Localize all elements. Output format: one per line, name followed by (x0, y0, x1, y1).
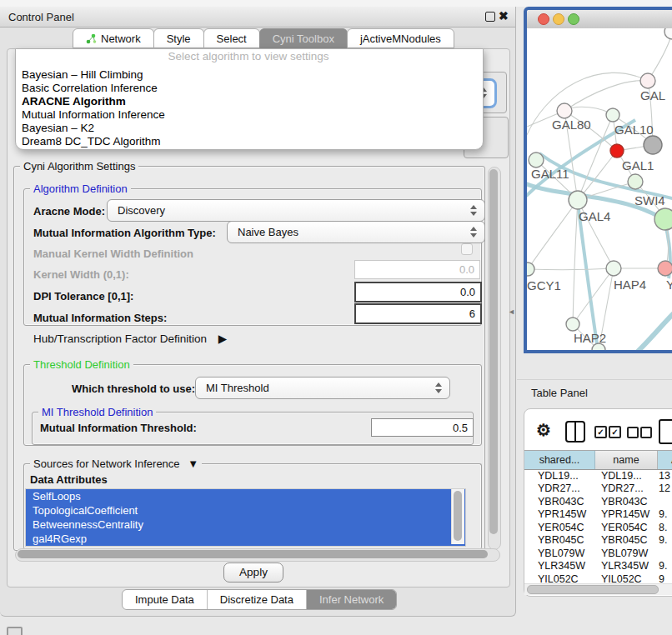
panel-resize-arrow-icon[interactable]: ◄ (508, 308, 515, 316)
dpi-tolerance-field[interactable]: 0.0 (354, 282, 482, 302)
float-panel-icon[interactable] (485, 12, 495, 22)
which-threshold-label: Which threshold to use: (72, 382, 195, 395)
network-canvas[interactable]: GALGAL80GAL10GAL1SWI4GAL11GAL4GCY1HAP4YH… (527, 28, 672, 350)
deselect-checkbox-icon-2[interactable] (640, 427, 652, 438)
close-panel-icon[interactable]: ✖ (499, 9, 509, 22)
tab-style[interactable]: Style (153, 28, 204, 48)
network-node-swi4[interactable] (628, 174, 643, 189)
table-cell: 12 (656, 482, 672, 494)
dropdown-item[interactable]: ARACNE Algorithm (15, 95, 482, 108)
settings-scrollbar-thumb[interactable] (489, 169, 498, 534)
minimized-panel-icon[interactable] (7, 627, 23, 635)
which-threshold-select[interactable]: MI Threshold (195, 377, 450, 399)
attribute-item[interactable]: BetweennessCentrality (26, 518, 465, 532)
screen: Control Panel ✖ NetworkStyleSelectCyni T… (0, 0, 672, 635)
table-hscrollbar-thumb[interactable] (527, 585, 659, 594)
maximize-window-icon[interactable] (568, 13, 579, 25)
node-label: GAL1 (622, 158, 654, 172)
settings-hscrollbar-thumb[interactable] (18, 550, 488, 558)
table-row[interactable]: YBL079WYBL079W (524, 547, 672, 560)
network-node-gal10[interactable] (606, 108, 619, 122)
table-cell: YBR043C (524, 496, 594, 508)
network-node-hap4[interactable] (606, 261, 621, 276)
mi-steps-field[interactable]: 6 (354, 303, 482, 324)
tab-cyni-toolbox[interactable]: Cyni Toolbox (259, 28, 348, 48)
table-row[interactable]: YIL052CYIL052C9 (524, 572, 672, 583)
mi-threshold-field[interactable]: 0.5 (371, 418, 474, 437)
network-node-y[interactable] (658, 261, 672, 276)
minimize-window-icon[interactable] (553, 13, 564, 25)
columns-icon[interactable] (565, 421, 585, 442)
table-body: YDL19...YDL19...13YDR27...YDR27...12YBR0… (524, 469, 672, 583)
table-row[interactable]: YBR045CYBR045C9. (524, 534, 672, 548)
column-header-3[interactable]: A (658, 451, 672, 469)
which-threshold-value: MI Threshold (206, 382, 269, 394)
column-header-shared[interactable]: shared... (524, 451, 595, 469)
dropdown-item[interactable]: Bayesian – K2 (15, 122, 482, 135)
tab-jactivemnodules[interactable]: jActiveMNodules (347, 28, 454, 48)
network-node-gcy1[interactable] (527, 262, 534, 276)
network-node[interactable] (664, 28, 672, 39)
data-attributes-list[interactable]: SelfLoopsTopologicalCoefficientBetweenne… (25, 488, 466, 547)
manual-kernel-checkbox[interactable] (461, 243, 473, 255)
kernel-width-value: 0.0 (459, 263, 474, 276)
network-tab-icon (86, 33, 97, 44)
node-label: GAL10 (614, 122, 654, 137)
network-node[interactable] (654, 208, 672, 230)
table-row[interactable]: YDR27...YDR27...12 (524, 482, 672, 496)
bottom-tab-discretize-data[interactable]: Discretize Data (207, 590, 306, 609)
column-header-name[interactable]: name (595, 451, 658, 469)
select-all-checkbox-icon[interactable]: ✓ (594, 426, 607, 438)
kernel-width-field[interactable]: 0.0 (354, 260, 480, 279)
dropdown-item[interactable]: Mutual Information Inference (15, 108, 482, 122)
table-panel-divider (517, 379, 672, 380)
table-row[interactable]: YER054CYER054C8. (524, 521, 672, 534)
table-cell: YBL079W (524, 548, 594, 559)
table-row[interactable]: YBR043CYBR043C (524, 495, 672, 508)
node-label: GCY1 (527, 278, 561, 292)
sources-title-row[interactable]: Sources for Network Inference ▼ (30, 458, 202, 470)
network-node[interactable] (644, 136, 662, 154)
algorithm-list: Bayesian – Hill ClimbingBasic Correlatio… (15, 68, 482, 148)
bottom-tab-infer-network[interactable]: Infer Network (306, 590, 396, 609)
close-window-icon[interactable] (538, 13, 549, 25)
tab-select[interactable]: Select (203, 28, 260, 48)
aracne-mode-select[interactable]: Discovery (107, 199, 485, 222)
table-cell: YIL052C (594, 573, 656, 583)
attributes-scrollbar-thumb[interactable] (454, 491, 462, 541)
deselect-checkbox-icon[interactable] (627, 427, 639, 438)
table-cell: 9 (656, 573, 672, 583)
attribute-item[interactable]: SelfLoops (26, 489, 465, 503)
network-edges-teal (527, 120, 672, 350)
tab-network[interactable]: Network (73, 28, 154, 48)
gear-icon[interactable]: ⚙ (536, 420, 551, 440)
select-all-checkbox-icon-2[interactable]: ✓ (609, 426, 621, 438)
page-icon[interactable] (659, 419, 672, 444)
dropdown-item[interactable]: Bayesian – Hill Climbing (15, 68, 482, 82)
table-cell: 13 (656, 470, 672, 482)
table-row[interactable]: YDL19...YDL19...13 (524, 469, 672, 482)
expanded-arrow-icon[interactable]: ▼ (188, 458, 198, 470)
network-node-hap2[interactable] (566, 318, 579, 331)
network-node-gal11[interactable] (529, 152, 544, 168)
hub-tf-section[interactable]: Hub/Transcription Factor Definition ▶ (33, 332, 227, 345)
network-node-gal[interactable] (640, 73, 655, 88)
node-label: HAP4 (614, 278, 646, 292)
control-panel-titlebar (0, 7, 515, 28)
table-row[interactable]: YPR145WYPR145W9. (524, 508, 672, 522)
hub-tf-label: Hub/Transcription Factor Definition (33, 332, 207, 345)
dropdown-item[interactable]: Basic Correlation Inference (15, 82, 482, 95)
network-node-gal80[interactable] (557, 103, 572, 118)
apply-button[interactable]: Apply (223, 562, 283, 582)
mi-type-select[interactable]: Naive Bayes (227, 221, 485, 243)
data-attributes-label: Data Attributes (30, 473, 108, 486)
mi-threshold-label: Mutual Information Threshold: (40, 422, 197, 434)
attribute-item[interactable]: TopologicalCoefficient (26, 503, 465, 518)
network-node-gal1[interactable] (610, 144, 624, 158)
bottom-tab-impute-data[interactable]: Impute Data (123, 590, 207, 609)
table-row[interactable]: YLR345WYLR345W9. (524, 560, 672, 573)
network-node-gal4[interactable] (569, 191, 587, 209)
attribute-item[interactable]: gal4RGexp (26, 532, 465, 546)
collapsed-arrow-icon[interactable]: ▶ (218, 332, 227, 345)
dropdown-item[interactable]: Dream8 DC_TDC Algorithm (15, 135, 482, 148)
